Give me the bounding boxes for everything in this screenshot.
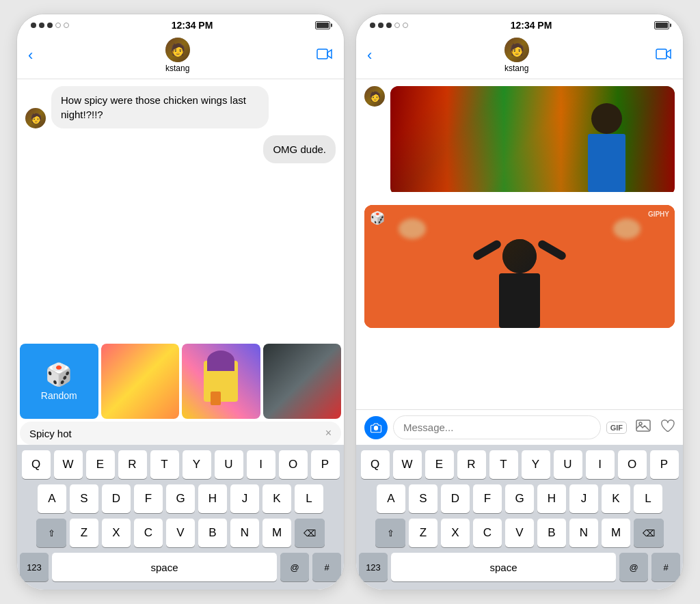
key-rat[interactable]: @ <box>619 553 648 581</box>
key-rspace[interactable]: space <box>391 553 616 581</box>
key-rs[interactable]: S <box>409 484 438 513</box>
smoke-right <box>613 219 641 239</box>
key-t[interactable]: T <box>150 450 179 479</box>
key-rh[interactable]: H <box>537 484 566 513</box>
key-r123[interactable]: 123 <box>359 553 388 581</box>
key-z[interactable]: Z <box>70 519 98 547</box>
key-row-r4: 123 space @ # <box>359 553 680 581</box>
key-w[interactable]: W <box>54 450 83 479</box>
message-input-right[interactable] <box>393 415 601 439</box>
key-o[interactable]: O <box>279 450 308 479</box>
key-a[interactable]: A <box>38 484 66 513</box>
dot-2 <box>39 23 44 28</box>
key-rk[interactable]: K <box>602 484 630 513</box>
key-at[interactable]: @ <box>280 553 309 581</box>
figure-head-right <box>591 103 622 134</box>
keyboard-left: Q W E R T Y U I O P A S D F G H J K L <box>17 445 344 590</box>
key-ra[interactable]: A <box>377 484 405 513</box>
key-space[interactable]: space <box>52 553 277 581</box>
key-r[interactable]: R <box>118 450 147 479</box>
gif-cell-1[interactable] <box>101 344 180 419</box>
key-shift[interactable]: ⇧ <box>36 519 66 547</box>
key-rf[interactable]: F <box>473 484 502 513</box>
figure-center <box>492 239 547 328</box>
key-y[interactable]: Y <box>183 450 211 479</box>
video-button-right[interactable] <box>656 48 672 64</box>
phones-container: 12:34 PM ‹ 🧑 kstang <box>3 0 697 604</box>
key-rshift[interactable]: ⇧ <box>375 519 405 547</box>
avatar-right[interactable]: 🧑 <box>504 38 529 62</box>
key-c[interactable]: C <box>134 519 163 547</box>
video-button-left[interactable] <box>317 48 333 64</box>
key-hash[interactable]: # <box>312 553 341 581</box>
key-x[interactable]: X <box>102 519 131 547</box>
key-row-r3: ⇧ Z X C V B N M ⌫ <box>359 519 680 547</box>
key-rz[interactable]: Z <box>409 519 438 547</box>
gif-chili-large[interactable] <box>390 86 675 195</box>
key-rw[interactable]: W <box>393 450 422 479</box>
key-rr[interactable]: R <box>457 450 486 479</box>
gif-button[interactable]: GIF <box>606 422 627 434</box>
gif-cell-random[interactable]: 🎲 Random <box>20 344 98 419</box>
key-rj[interactable]: J <box>569 484 598 513</box>
gif-clear-button[interactable]: × <box>325 427 332 439</box>
key-u[interactable]: U <box>215 450 243 479</box>
gif-cell-2[interactable] <box>182 344 260 419</box>
key-h[interactable]: H <box>198 484 227 513</box>
key-p[interactable]: P <box>311 450 340 479</box>
key-rdelete[interactable]: ⌫ <box>634 519 664 547</box>
key-rd[interactable]: D <box>441 484 470 513</box>
msg-avatar-right: 🧑 <box>364 86 385 107</box>
key-rt[interactable]: T <box>489 450 518 479</box>
back-button-left[interactable]: ‹ <box>28 44 38 67</box>
key-q[interactable]: Q <box>22 450 51 479</box>
photo-button[interactable] <box>635 417 651 437</box>
key-rv[interactable]: V <box>505 519 534 547</box>
key-row-3: ⇧ Z X C V B N M ⌫ <box>20 519 341 547</box>
heart-button[interactable] <box>660 418 675 437</box>
smoke-left <box>399 219 426 239</box>
key-rm[interactable]: M <box>602 519 630 547</box>
dot-r5 <box>403 23 408 28</box>
key-rc[interactable]: C <box>473 519 502 547</box>
key-ro[interactable]: O <box>618 450 647 479</box>
key-ry[interactable]: Y <box>522 450 550 479</box>
key-d[interactable]: D <box>102 484 131 513</box>
key-rq[interactable]: Q <box>361 450 390 479</box>
gif-main-large[interactable]: GIPHY 🎲 <box>364 205 675 328</box>
key-123[interactable]: 123 <box>20 553 49 581</box>
key-delete[interactable]: ⌫ <box>295 519 325 547</box>
key-g[interactable]: G <box>166 484 195 513</box>
right-phone: 12:34 PM ‹ 🧑 kstang <box>355 14 684 590</box>
figure-head <box>502 239 537 273</box>
key-j[interactable]: J <box>230 484 259 513</box>
key-ri[interactable]: I <box>586 450 615 479</box>
key-l[interactable]: L <box>295 484 323 513</box>
key-row-r2: A S D F G H J K L <box>359 484 680 513</box>
key-m[interactable]: M <box>262 519 291 547</box>
gif-cell-3[interactable] <box>263 344 342 419</box>
key-k[interactable]: K <box>262 484 291 513</box>
key-s[interactable]: S <box>70 484 98 513</box>
key-v[interactable]: V <box>166 519 195 547</box>
key-rn[interactable]: N <box>569 519 598 547</box>
key-rhash[interactable]: # <box>651 553 680 581</box>
right-content: 🧑 <box>356 79 683 409</box>
key-re[interactable]: E <box>425 450 454 479</box>
key-ru[interactable]: U <box>554 450 582 479</box>
key-e[interactable]: E <box>86 450 115 479</box>
key-rp[interactable]: P <box>650 450 679 479</box>
back-button-right[interactable]: ‹ <box>367 44 377 67</box>
key-rl[interactable]: L <box>634 484 662 513</box>
key-i[interactable]: I <box>247 450 275 479</box>
avatar-left[interactable]: 🧑 <box>165 38 190 62</box>
camera-button[interactable] <box>364 416 388 439</box>
key-rb[interactable]: B <box>537 519 566 547</box>
key-rg[interactable]: G <box>505 484 534 513</box>
key-f[interactable]: F <box>134 484 163 513</box>
key-rx[interactable]: X <box>441 519 470 547</box>
key-b[interactable]: B <box>198 519 227 547</box>
key-n[interactable]: N <box>230 519 259 547</box>
battery-icon <box>315 21 330 29</box>
gif-search-input[interactable] <box>29 428 325 439</box>
